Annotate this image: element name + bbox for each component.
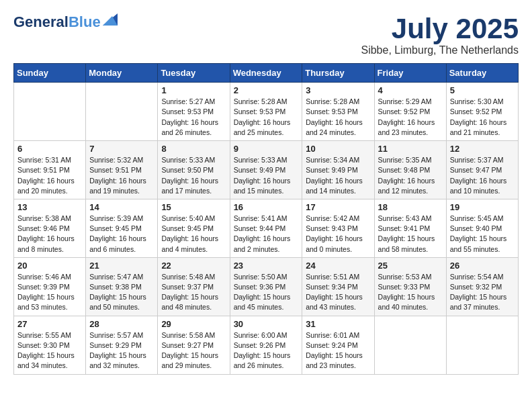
day-info: Sunrise: 5:38 AM Sunset: 9:46 PM Dayligh…: [17, 214, 82, 255]
day-info: Sunrise: 5:46 AM Sunset: 9:39 PM Dayligh…: [17, 272, 82, 313]
calendar-cell: [446, 316, 518, 374]
day-info: Sunrise: 5:33 AM Sunset: 9:50 PM Dayligh…: [161, 155, 226, 196]
weekday-header-friday: Friday: [374, 64, 446, 83]
calendar-cell: 17Sunrise: 5:42 AM Sunset: 9:43 PM Dayli…: [302, 199, 374, 257]
month-title: July 2025: [361, 13, 519, 44]
day-number: 14: [89, 202, 154, 212]
day-number: 26: [450, 261, 515, 271]
day-number: 24: [306, 261, 370, 271]
logo: GeneralBlue: [13, 13, 118, 31]
calendar-cell: 2Sunrise: 5:28 AM Sunset: 9:53 PM Daylig…: [230, 83, 302, 141]
calendar-cell: 29Sunrise: 5:58 AM Sunset: 9:27 PM Dayli…: [158, 316, 230, 374]
calendar-cell: 16Sunrise: 5:41 AM Sunset: 9:44 PM Dayli…: [230, 199, 302, 257]
day-number: 9: [234, 144, 299, 154]
day-info: Sunrise: 5:43 AM Sunset: 9:41 PM Dayligh…: [378, 214, 443, 255]
day-number: 29: [161, 319, 226, 329]
day-number: 17: [306, 202, 370, 212]
calendar-cell: 25Sunrise: 5:53 AM Sunset: 9:33 PM Dayli…: [374, 257, 446, 316]
day-info: Sunrise: 5:53 AM Sunset: 9:33 PM Dayligh…: [378, 272, 443, 313]
day-number: 25: [378, 261, 443, 271]
page-header: GeneralBlue July 2025 Sibbe, Limburg, Th…: [13, 13, 519, 56]
calendar-cell: 6Sunrise: 5:31 AM Sunset: 9:51 PM Daylig…: [14, 141, 86, 199]
day-number: 10: [306, 144, 370, 154]
weekday-header-monday: Monday: [86, 64, 158, 83]
calendar-cell: 23Sunrise: 5:50 AM Sunset: 9:36 PM Dayli…: [230, 257, 302, 316]
day-info: Sunrise: 6:00 AM Sunset: 9:26 PM Dayligh…: [234, 330, 299, 371]
day-info: Sunrise: 5:40 AM Sunset: 9:45 PM Dayligh…: [161, 214, 226, 255]
weekday-header-thursday: Thursday: [302, 64, 374, 83]
calendar-cell: 19Sunrise: 5:45 AM Sunset: 9:40 PM Dayli…: [446, 199, 518, 257]
calendar-cell: 22Sunrise: 5:48 AM Sunset: 9:37 PM Dayli…: [158, 257, 230, 316]
calendar-cell: 13Sunrise: 5:38 AM Sunset: 9:46 PM Dayli…: [14, 199, 86, 257]
day-info: Sunrise: 5:51 AM Sunset: 9:34 PM Dayligh…: [306, 272, 370, 313]
day-number: 18: [378, 202, 443, 212]
day-info: Sunrise: 5:28 AM Sunset: 9:53 PM Dayligh…: [234, 97, 299, 138]
day-info: Sunrise: 5:31 AM Sunset: 9:51 PM Dayligh…: [17, 155, 82, 196]
calendar-cell: [374, 316, 446, 374]
day-number: 23: [234, 261, 299, 271]
calendar-week-5: 27Sunrise: 5:55 AM Sunset: 9:30 PM Dayli…: [14, 316, 519, 374]
day-info: Sunrise: 5:45 AM Sunset: 9:40 PM Dayligh…: [450, 214, 515, 255]
day-number: 28: [89, 319, 154, 329]
day-info: Sunrise: 5:39 AM Sunset: 9:45 PM Dayligh…: [89, 214, 154, 255]
day-number: 19: [450, 202, 515, 212]
day-number: 20: [17, 261, 82, 271]
calendar-cell: 5Sunrise: 5:30 AM Sunset: 9:52 PM Daylig…: [446, 83, 518, 141]
day-info: Sunrise: 5:41 AM Sunset: 9:44 PM Dayligh…: [234, 214, 299, 255]
day-info: Sunrise: 5:30 AM Sunset: 9:52 PM Dayligh…: [450, 97, 515, 138]
calendar-cell: 26Sunrise: 5:54 AM Sunset: 9:32 PM Dayli…: [446, 257, 518, 316]
calendar-week-1: 1Sunrise: 5:27 AM Sunset: 9:53 PM Daylig…: [14, 83, 519, 141]
day-info: Sunrise: 5:42 AM Sunset: 9:43 PM Dayligh…: [306, 214, 370, 255]
day-info: Sunrise: 5:33 AM Sunset: 9:49 PM Dayligh…: [234, 155, 299, 196]
day-number: 16: [234, 202, 299, 212]
calendar-cell: 3Sunrise: 5:28 AM Sunset: 9:53 PM Daylig…: [302, 83, 374, 141]
day-number: 15: [161, 202, 226, 212]
day-number: 30: [234, 319, 299, 329]
day-number: 27: [17, 319, 82, 329]
calendar-cell: 14Sunrise: 5:39 AM Sunset: 9:45 PM Dayli…: [86, 199, 158, 257]
logo-icon: [103, 13, 118, 26]
day-number: 5: [450, 85, 515, 95]
calendar-cell: 30Sunrise: 6:00 AM Sunset: 9:26 PM Dayli…: [230, 316, 302, 374]
location: Sibbe, Limburg, The Netherlands: [361, 44, 519, 56]
day-info: Sunrise: 5:28 AM Sunset: 9:53 PM Dayligh…: [306, 97, 370, 138]
weekday-header-wednesday: Wednesday: [230, 64, 302, 83]
day-number: 12: [450, 144, 515, 154]
calendar-cell: [86, 83, 158, 141]
day-info: Sunrise: 5:48 AM Sunset: 9:37 PM Dayligh…: [161, 272, 226, 313]
day-number: 13: [17, 202, 82, 212]
day-number: 21: [89, 261, 154, 271]
calendar-cell: 12Sunrise: 5:37 AM Sunset: 9:47 PM Dayli…: [446, 141, 518, 199]
calendar-week-4: 20Sunrise: 5:46 AM Sunset: 9:39 PM Dayli…: [14, 257, 519, 316]
day-info: Sunrise: 5:27 AM Sunset: 9:53 PM Dayligh…: [161, 97, 226, 138]
logo-text: GeneralBlue: [13, 14, 101, 30]
day-number: 31: [306, 319, 370, 329]
title-block: July 2025 Sibbe, Limburg, The Netherland…: [361, 13, 519, 56]
day-info: Sunrise: 5:50 AM Sunset: 9:36 PM Dayligh…: [234, 272, 299, 313]
day-info: Sunrise: 6:01 AM Sunset: 9:24 PM Dayligh…: [306, 330, 370, 371]
calendar-cell: 11Sunrise: 5:35 AM Sunset: 9:48 PM Dayli…: [374, 141, 446, 199]
day-info: Sunrise: 5:32 AM Sunset: 9:51 PM Dayligh…: [89, 155, 154, 196]
weekday-header-sunday: Sunday: [14, 64, 86, 83]
calendar-cell: 21Sunrise: 5:47 AM Sunset: 9:38 PM Dayli…: [86, 257, 158, 316]
day-info: Sunrise: 5:57 AM Sunset: 9:29 PM Dayligh…: [89, 330, 154, 371]
weekday-header-row: SundayMondayTuesdayWednesdayThursdayFrid…: [14, 64, 519, 83]
calendar-cell: 4Sunrise: 5:29 AM Sunset: 9:52 PM Daylig…: [374, 83, 446, 141]
day-info: Sunrise: 5:29 AM Sunset: 9:52 PM Dayligh…: [378, 97, 443, 138]
calendar-cell: 31Sunrise: 6:01 AM Sunset: 9:24 PM Dayli…: [302, 316, 374, 374]
day-number: 2: [234, 85, 299, 95]
day-info: Sunrise: 5:37 AM Sunset: 9:47 PM Dayligh…: [450, 155, 515, 196]
calendar-week-2: 6Sunrise: 5:31 AM Sunset: 9:51 PM Daylig…: [14, 141, 519, 199]
day-number: 7: [89, 144, 154, 154]
day-info: Sunrise: 5:58 AM Sunset: 9:27 PM Dayligh…: [161, 330, 226, 371]
calendar-week-3: 13Sunrise: 5:38 AM Sunset: 9:46 PM Dayli…: [14, 199, 519, 257]
calendar-cell: 10Sunrise: 5:34 AM Sunset: 9:49 PM Dayli…: [302, 141, 374, 199]
calendar-cell: 24Sunrise: 5:51 AM Sunset: 9:34 PM Dayli…: [302, 257, 374, 316]
day-number: 11: [378, 144, 443, 154]
day-number: 1: [161, 85, 226, 95]
calendar-cell: 7Sunrise: 5:32 AM Sunset: 9:51 PM Daylig…: [86, 141, 158, 199]
calendar-cell: 20Sunrise: 5:46 AM Sunset: 9:39 PM Dayli…: [14, 257, 86, 316]
calendar-cell: 1Sunrise: 5:27 AM Sunset: 9:53 PM Daylig…: [158, 83, 230, 141]
weekday-header-saturday: Saturday: [446, 64, 518, 83]
day-number: 3: [306, 85, 370, 95]
